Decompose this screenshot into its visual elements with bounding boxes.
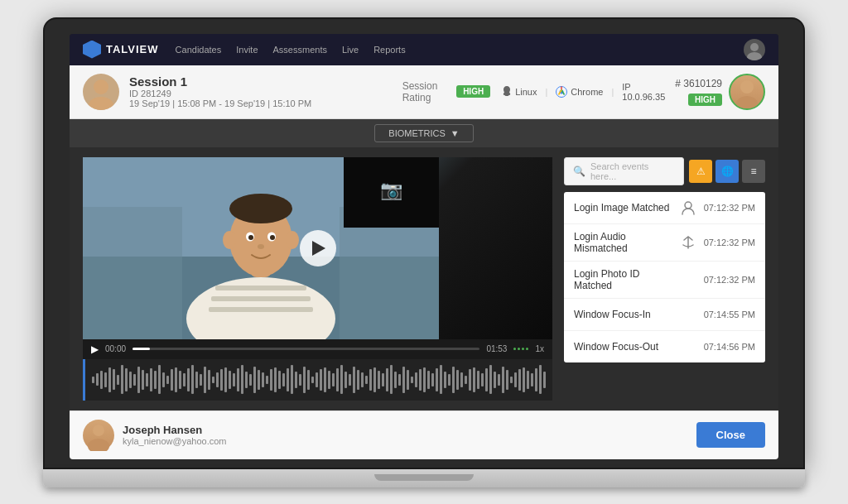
session-rating-block: Session Rating HIGH [402, 80, 491, 103]
wave-bar [183, 373, 186, 386]
svg-point-26 [258, 244, 264, 249]
event-name: Login Image Matched [574, 202, 672, 214]
svg-point-24 [248, 235, 253, 240]
wave-bar [266, 376, 268, 384]
screen: TALVIEW Candidates Invite Assessments Li… [70, 34, 778, 459]
laptop-notch [374, 474, 474, 481]
pipe-2: | [611, 87, 614, 97]
wave-bar [485, 368, 488, 391]
wave-bar [233, 373, 235, 386]
video-controls: ▶ 00:00 01:53 1x [83, 339, 552, 359]
session-info: Session 1 ID 281249 19 Sep'19 | 15:08 PM… [129, 74, 393, 108]
wave-bar [237, 368, 239, 391]
event-time-3: 07:14:55 PM [704, 310, 755, 319]
dot-2 [518, 348, 520, 350]
nav-reports[interactable]: Reports [373, 45, 406, 55]
wave-bar [324, 367, 326, 392]
biometrics-button[interactable]: BIOMETRICS ▼ [374, 124, 473, 142]
navbar: TALVIEW Candidates Invite Assessments Li… [70, 34, 778, 65]
wave-bar [295, 372, 297, 388]
wave-bar [427, 371, 430, 389]
progress-bar[interactable] [132, 348, 479, 350]
wave-bar [108, 367, 111, 392]
event-time-2: 07:12:32 PM [704, 275, 755, 285]
wave-bar [506, 370, 508, 390]
wave-bar [270, 369, 272, 391]
filter-globe-button[interactable]: 🌐 [716, 160, 739, 183]
candidate-id-block: # 3610129 HIGH [675, 78, 722, 106]
event-time-4: 07:14:56 PM [704, 342, 755, 352]
wave-bar [187, 368, 190, 391]
close-button[interactable]: Close [696, 422, 765, 448]
candidate-block: # 3610129 HIGH [675, 74, 765, 110]
wave-bar [113, 369, 115, 390]
wave-bar [104, 372, 107, 387]
video-container[interactable]: 📷 [83, 157, 552, 339]
os-info: Linux [502, 86, 537, 98]
svg-point-31 [685, 202, 691, 209]
biometrics-label: BIOMETRICS [388, 128, 445, 138]
wave-bar [162, 372, 165, 387]
svg-point-3 [89, 97, 113, 110]
wave-bar [535, 368, 537, 391]
wave-bar [344, 372, 347, 388]
video-content: 📷 [83, 157, 439, 339]
wave-bar [332, 373, 335, 386]
event-row[interactable]: Window Focus-In 07:14:55 PM [564, 299, 765, 331]
event-name-4: Window Focus-Out [574, 341, 672, 353]
wave-bar [328, 371, 330, 389]
logo: TALVIEW [83, 41, 159, 59]
play-pause-button[interactable]: ▶ [91, 343, 99, 355]
wave-bar [336, 368, 339, 391]
wave-bar [274, 367, 277, 392]
nav-invite[interactable]: Invite [236, 45, 258, 55]
filter-warning-button[interactable]: ⚠ [689, 160, 712, 183]
wave-bar [440, 365, 442, 394]
svg-point-32 [93, 425, 104, 436]
playback-speed[interactable]: 1x [535, 344, 544, 353]
wave-bar [311, 377, 314, 383]
event-row[interactable]: Window Focus-Out 07:14:56 PM [564, 331, 765, 362]
wave-bar [531, 373, 533, 386]
search-box[interactable]: 🔍 Search events here... [564, 157, 684, 185]
wave-bar [423, 367, 426, 392]
wave-bar [146, 373, 148, 386]
wave-bar [320, 369, 322, 391]
session-user-avatar [83, 74, 119, 110]
svg-point-25 [270, 235, 275, 240]
screen-bezel: TALVIEW Candidates Invite Assessments Li… [43, 17, 805, 469]
session-title: Session 1 [129, 74, 393, 89]
user-name: Joseph Hansen [123, 424, 688, 436]
nav-candidates[interactable]: Candidates [176, 45, 222, 55]
nav-live[interactable]: Live [342, 45, 359, 55]
filter-buttons: ⚠ 🌐 ≡ [689, 160, 765, 183]
pipe-1: | [545, 87, 547, 97]
session-rating-label: Session Rating [402, 80, 450, 103]
wave-bar [514, 372, 517, 387]
play-button[interactable] [300, 230, 336, 266]
biometrics-chevron-icon: ▼ [450, 128, 460, 138]
wave-bar [220, 369, 223, 391]
filter-settings-button[interactable]: ≡ [742, 160, 765, 183]
wave-bar [469, 369, 471, 391]
wave-bar [307, 370, 310, 390]
wave-bar [191, 365, 194, 394]
user-avatar [83, 420, 114, 451]
nav-assessments[interactable]: Assessments [273, 45, 327, 55]
event-row[interactable]: Login Audio Mismatched 07:12:32 PM [564, 224, 765, 262]
event-row[interactable]: Login Image Matched 07:12:32 PM [564, 192, 765, 224]
browser-info: Chrome [556, 86, 603, 98]
nav-user-avatar[interactable] [744, 39, 765, 60]
event-time-1: 07:12:32 PM [704, 238, 755, 247]
session-date: 19 Sep'19 | 15:08 PM - 19 Sep'19 | 15:10… [129, 98, 393, 108]
wave-bar [481, 373, 484, 386]
event-row[interactable]: Login Photo ID Matched 07:12:32 PM [564, 262, 765, 299]
main-content: 📷 ▶ 00:00 01:53 [70, 147, 778, 410]
dot-4 [526, 348, 528, 350]
wave-bar [125, 368, 128, 391]
wave-bar [92, 377, 94, 383]
wave-bar [382, 373, 384, 386]
progress-fill [132, 348, 150, 350]
svg-rect-16 [215, 286, 306, 290]
wave-bar [407, 370, 409, 390]
